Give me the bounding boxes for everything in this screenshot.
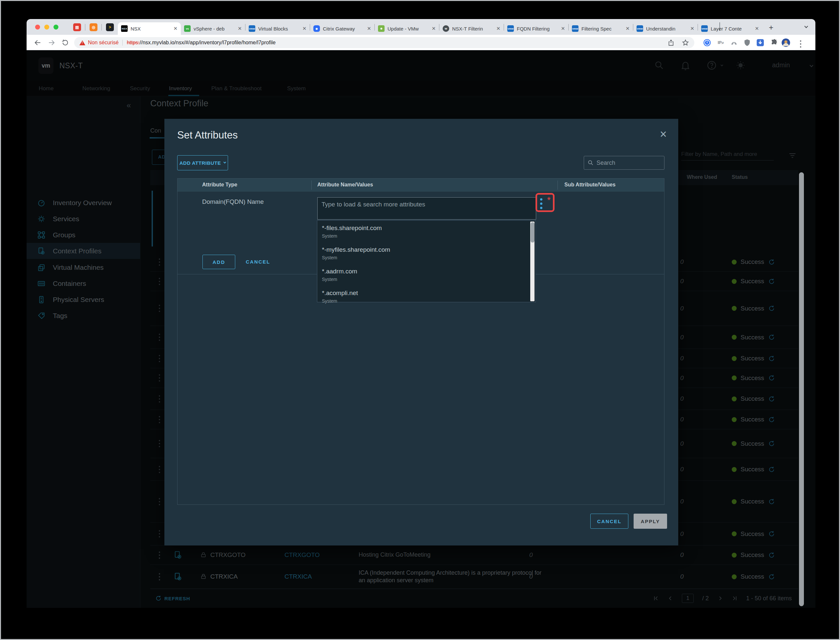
suggestion-name: *.aadrm.com xyxy=(322,268,529,275)
extension-ip-lookup-icon[interactable]: IP⌕ xyxy=(716,38,725,47)
tab-update-vmware[interactable]: ❀ Update - VMw ✕ xyxy=(375,22,439,35)
tab-close-icon[interactable]: ✕ xyxy=(431,26,436,32)
tab-close-icon[interactable]: ✕ xyxy=(755,26,759,32)
insecure-warning-label: Non sécurisé xyxy=(88,40,118,46)
extension-1password-icon[interactable] xyxy=(703,38,712,47)
modal-close-icon[interactable]: × xyxy=(660,127,667,141)
vmware-favicon: vmw xyxy=(249,25,255,32)
extension-downloader-icon[interactable] xyxy=(756,38,765,47)
address-separator xyxy=(122,40,123,46)
bookmark-star-icon[interactable] xyxy=(682,39,689,46)
address-bar[interactable]: Non sécurisé https: //nsx.myvlab.io/nsx/… xyxy=(74,37,694,48)
column-separator xyxy=(720,22,720,31)
attribute-values-input[interactable] xyxy=(318,198,536,219)
tab-layer7-context[interactable]: vmw Layer 7 Conte ✕ xyxy=(698,22,762,35)
tab-citrix-gateway[interactable]: ◉ Citrix Gateway ✕ xyxy=(310,22,374,35)
attribute-search[interactable] xyxy=(584,156,664,170)
tab-close-icon[interactable]: ✕ xyxy=(302,26,307,32)
page-scrollbar[interactable] xyxy=(799,172,804,606)
tab-title: Understandin xyxy=(646,26,687,32)
tab-title: Update - VMw xyxy=(388,26,429,32)
fqdn-suggestions-dropdown: *-files.sharepoint.com System *-myfiles.… xyxy=(317,220,536,302)
browser-toolbar: Non sécurisé https: //nsx.myvlab.io/nsx/… xyxy=(27,35,815,50)
profile-avatar[interactable] xyxy=(781,38,790,47)
pinned-tab-orange-app-icon[interactable]: ◎ xyxy=(89,23,97,31)
add-button[interactable]: ADD xyxy=(203,255,235,269)
suggestion-name: *.acompli.net xyxy=(322,290,529,297)
extensions-puzzle-icon[interactable] xyxy=(770,38,779,47)
suggestion-item[interactable]: *-myfiles.sharepoint.com System xyxy=(317,242,529,264)
tab-filtering-specs[interactable]: vmw Filtering Spec ✕ xyxy=(569,22,633,35)
tab-title: vSphere - deb xyxy=(193,26,235,32)
back-icon[interactable] xyxy=(34,39,42,46)
browser-menu-icon[interactable] xyxy=(796,39,805,49)
tab-close-icon[interactable]: ✕ xyxy=(367,26,371,32)
tab-title: FQDN Filtering xyxy=(517,26,558,32)
column-separator xyxy=(311,181,312,190)
chevron-down-icon xyxy=(224,161,226,163)
suggestion-name: *-files.sharepoint.com xyxy=(322,224,529,232)
tab-close-icon[interactable]: ✕ xyxy=(561,26,565,32)
tab-fqdn-filtering[interactable]: vmw FQDN Filtering ✕ xyxy=(504,22,568,35)
modal-apply-button[interactable]: APPLY xyxy=(634,514,667,529)
tab-understanding[interactable]: vmw Understandin ✕ xyxy=(633,22,698,35)
attributes-table-header: Attribute Type Attribute Name/Values Sub… xyxy=(177,179,664,192)
vmware-favicon: vmw xyxy=(701,25,708,32)
dropdown-scrollbar-thumb[interactable] xyxy=(530,222,535,243)
suggestion-name: *-myfiles.sharepoint.com xyxy=(322,246,529,253)
tab-nsx[interactable]: NSX NSX ✕ xyxy=(118,22,181,35)
modal-title: Set Attributes xyxy=(177,129,238,141)
modal-cancel-button[interactable]: CANCEL xyxy=(590,514,628,529)
vsphere-favicon: vs xyxy=(184,25,191,32)
column-separator xyxy=(557,181,558,190)
tab-close-icon[interactable]: ✕ xyxy=(173,26,177,32)
tab-close-icon[interactable]: ✕ xyxy=(238,26,242,32)
cancel-link[interactable]: CANCEL xyxy=(246,259,270,264)
dropdown-scrollbar-track[interactable] xyxy=(530,222,535,301)
suggestion-item[interactable]: *-files.sharepoint.com System xyxy=(317,221,529,242)
screenshot-root: ▤ ◎ > NSX NSX ✕ vs vSphere - deb ✕ vmw V… xyxy=(0,0,840,640)
search-icon xyxy=(587,160,594,166)
add-attribute-button[interactable]: ADD ATTRIBUTE xyxy=(177,155,228,170)
suggestion-source: System xyxy=(322,298,529,304)
macos-minimize-button[interactable] xyxy=(44,25,49,30)
tab-nsxt-filtering[interactable]: W NSX-T Filterin ✕ xyxy=(439,22,504,35)
tab-title: Virtual Blocks xyxy=(258,26,300,32)
url-scheme: https: xyxy=(127,40,139,46)
forward-icon[interactable] xyxy=(48,39,56,46)
tab-close-icon[interactable]: ✕ xyxy=(625,26,630,32)
nsx-favicon: NSX xyxy=(121,25,128,32)
extension-shield-icon[interactable] xyxy=(743,38,752,47)
reload-icon[interactable] xyxy=(61,39,69,46)
tab-title: NSX-T Filterin xyxy=(452,26,493,32)
macos-close-button[interactable] xyxy=(35,25,40,30)
tab-close-icon[interactable]: ✕ xyxy=(690,26,694,32)
vmware-favicon: vmw xyxy=(572,25,578,32)
attribute-values-combobox[interactable] xyxy=(317,197,536,219)
suggestion-item[interactable]: *.aadrm.com System xyxy=(317,264,529,286)
pinned-tab-red-app-icon[interactable]: ▤ xyxy=(73,23,81,31)
tab-close-icon[interactable]: ✕ xyxy=(496,26,500,32)
column-sub-attribute-values: Sub Attribute/Values xyxy=(564,182,616,188)
new-tab-button[interactable]: + xyxy=(769,23,773,32)
share-icon[interactable] xyxy=(668,39,675,46)
tab-title: Layer 7 Conte xyxy=(711,26,752,32)
extension-vpn-icon[interactable] xyxy=(730,38,739,47)
tab-virtual-blocks[interactable]: vmw Virtual Blocks ✕ xyxy=(246,22,310,35)
attribute-type-value: Domain(FQDN) Name xyxy=(202,198,264,205)
macos-zoom-button[interactable] xyxy=(53,25,58,30)
suggestion-source: System xyxy=(322,277,529,282)
suggestion-source: System xyxy=(322,255,529,260)
annotation-highlight-box: * xyxy=(535,193,554,212)
tab-title: Filtering Spec xyxy=(581,26,623,32)
browser-tab-strip: ▤ ◎ > NSX NSX ✕ vs vSphere - deb ✕ vmw V… xyxy=(27,19,815,35)
tab-vsphere[interactable]: vs vSphere - deb ✕ xyxy=(181,22,245,35)
suggestion-item[interactable]: *.acompli.net System xyxy=(317,286,529,307)
search-input[interactable] xyxy=(597,160,652,166)
insecure-warning-icon xyxy=(80,40,85,45)
tab-title: NSX xyxy=(131,26,171,32)
pinned-tab-terminal-icon[interactable]: > xyxy=(106,23,114,31)
combobox-menu-icon[interactable] xyxy=(540,197,542,210)
vmware-favicon: vmw xyxy=(637,25,643,32)
tab-search-chevron-icon[interactable] xyxy=(804,24,808,28)
